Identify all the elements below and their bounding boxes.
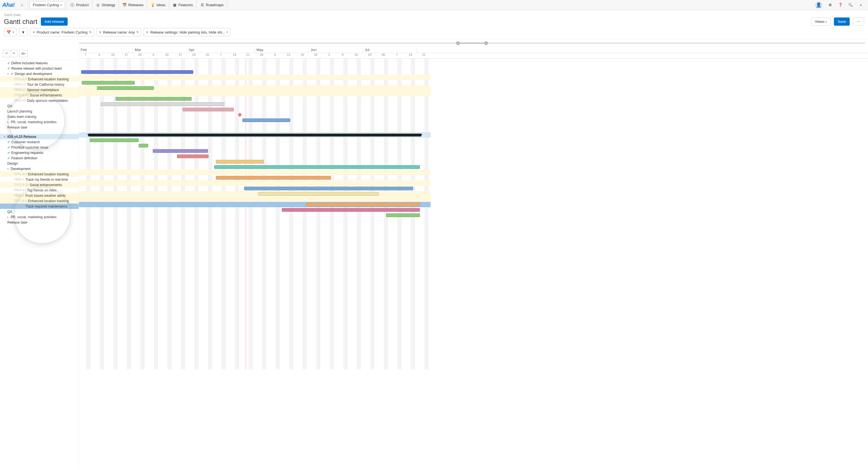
- gantt-bar[interactable]: [101, 102, 224, 106]
- home-button[interactable]: ⌂: [17, 1, 27, 9]
- filter-release[interactable]: ✕Release name: Any⇅: [96, 28, 142, 36]
- gantt-bar[interactable]: [90, 139, 138, 142]
- close-icon[interactable]: ✕: [99, 30, 101, 34]
- gantt-bar[interactable]: [97, 86, 154, 90]
- nav-roadmaps[interactable]: ☰Roadmaps: [197, 1, 226, 9]
- task-row[interactable]: QA: [0, 209, 79, 214]
- nav-strategy[interactable]: ◎Strategy: [93, 1, 118, 9]
- task-row[interactable]: CYCL-E-6Enhanced location tracking: [0, 77, 79, 82]
- task-row[interactable]: CYCL-E-13Social enhancements: [0, 182, 79, 187]
- slider-handle-right[interactable]: [484, 41, 488, 45]
- nav-features[interactable]: ▦Features: [169, 1, 195, 9]
- nav-ideas[interactable]: 💡Ideas: [148, 1, 168, 9]
- slider-handle-left[interactable]: [456, 41, 460, 45]
- month-header: Mar: [133, 47, 187, 53]
- gantt-bar[interactable]: [216, 176, 331, 180]
- zoom-slider[interactable]: [0, 39, 868, 47]
- gantt-bar[interactable]: [306, 203, 420, 206]
- task-row[interactable]: CYCL-E-6Enhanced location tracking: [0, 171, 79, 177]
- gantt-row: [79, 112, 431, 118]
- user-avatar[interactable]: 👤: [812, 1, 825, 9]
- task-row[interactable]: FRED-2Push based weather alerts: [0, 193, 79, 198]
- task-row[interactable]: FRED-20Daily sponsor sweepstakes: [0, 98, 79, 103]
- chevron-down-icon[interactable]: ▾: [7, 72, 11, 75]
- task-row[interactable]: ✔Define included features: [0, 60, 79, 66]
- gantt-row: [79, 180, 431, 186]
- task-label: Social enhancements: [30, 93, 62, 97]
- task-row[interactable]: Release date: [0, 219, 79, 225]
- gantt-bar[interactable]: [81, 70, 193, 74]
- gantt-bar[interactable]: [82, 81, 135, 85]
- filter-toggle[interactable]: ▼: [19, 28, 28, 36]
- redo-button[interactable]: ↷: [10, 50, 18, 57]
- more-button[interactable]: ⋯: [853, 18, 864, 26]
- gantt-bar[interactable]: [242, 118, 290, 122]
- gantt-bar[interactable]: [138, 144, 148, 147]
- task-row[interactable]: Release date: [0, 125, 79, 130]
- chevron-down-icon[interactable]: ▾: [4, 135, 7, 138]
- task-row[interactable]: QA: [0, 103, 79, 109]
- gantt-bar[interactable]: [214, 165, 420, 169]
- undo-button[interactable]: ↶: [3, 50, 10, 57]
- task-row[interactable]: ✔Engineering requests: [0, 150, 79, 155]
- help-button[interactable]: ❓: [835, 1, 845, 9]
- task-row[interactable]: FRED-11Sponsor marketplace: [0, 87, 79, 92]
- gantt-chart[interactable]: FebMarAprMayJunJul 731017243101724317142…: [79, 47, 868, 469]
- filter-settings[interactable]: ✕Release settings: Hide parking lots, Hi…: [144, 28, 230, 36]
- close-icon[interactable]: ✕: [146, 30, 149, 34]
- gantt-bar[interactable]: [183, 108, 234, 111]
- save-button[interactable]: Save: [834, 18, 850, 26]
- chevron-right-icon[interactable]: ▸: [7, 216, 11, 218]
- views-button[interactable]: Views ▾: [811, 18, 831, 26]
- gantt-bar[interactable]: [386, 213, 420, 217]
- gantt-bar[interactable]: [116, 97, 192, 101]
- task-list: ↶ ↷ ⚙▾ ✔Define included features✔Review …: [0, 47, 79, 469]
- task-row[interactable]: FRED-12Tour de California history: [0, 82, 79, 87]
- task-row[interactable]: ✔Feature definition: [0, 155, 79, 161]
- chevron-down-icon[interactable]: ▾: [7, 168, 11, 170]
- task-row[interactable]: ▾✔Design and development: [0, 71, 79, 77]
- task-row[interactable]: ▾Development: [0, 166, 79, 171]
- workspace-selector[interactable]: Fredwin Cycling▾: [30, 1, 65, 9]
- task-row[interactable]: ▸PR, social, marketing activities: [0, 214, 79, 219]
- task-row[interactable]: ✔Customer research: [0, 139, 79, 145]
- task-row[interactable]: FRED-5Track required maintenance: [0, 204, 79, 209]
- release-row[interactable]: ▾iOS v4.23 Release: [0, 134, 79, 139]
- nav-product[interactable]: ⓘProduct: [67, 1, 92, 9]
- gantt-row: [79, 165, 431, 170]
- gantt-row: [79, 101, 431, 107]
- milestone-marker[interactable]: [238, 113, 242, 117]
- search-button[interactable]: 🔍: [845, 1, 856, 9]
- gantt-bar[interactable]: [258, 192, 379, 196]
- gantt-bar[interactable]: [216, 160, 264, 164]
- task-row[interactable]: Sales team training: [0, 114, 79, 119]
- check-icon: ✔: [7, 66, 10, 70]
- caret-icon: ▾: [13, 31, 14, 34]
- task-row[interactable]: CYCL-E-13Social enhancements: [0, 92, 79, 98]
- task-row[interactable]: ✔Prioritize customer ideas: [0, 145, 79, 150]
- task-row[interactable]: CYCL-E-6Enhanced location tracking: [0, 198, 79, 204]
- task-row[interactable]: FRED-1Track my friends in real-time: [0, 177, 79, 182]
- task-label: Design and development: [14, 72, 52, 76]
- task-row[interactable]: Launch planning: [0, 109, 79, 114]
- task-row[interactable]: ✔Review release with product team: [0, 66, 79, 71]
- task-row[interactable]: FRED-17Tag friends on rides: [0, 187, 79, 193]
- settings-button[interactable]: ⚙: [825, 1, 835, 9]
- date-filter[interactable]: 📅▾: [4, 28, 17, 36]
- task-ref: FRED-5: [14, 205, 24, 208]
- nav-releases[interactable]: 📅Releases: [120, 1, 146, 9]
- close-icon[interactable]: ✕: [32, 30, 35, 34]
- add-button[interactable]: ＋: [856, 1, 866, 9]
- task-row[interactable]: Design: [0, 161, 79, 166]
- gantt-bar[interactable]: [244, 187, 413, 190]
- list-settings-button[interactable]: ⚙▾: [19, 50, 28, 57]
- gantt-bar[interactable]: [153, 149, 208, 153]
- task-row[interactable]: ▸PR, social, marketing activities: [0, 119, 79, 125]
- filter-product[interactable]: ✕Product name: Fredwin Cycling⇅: [30, 28, 94, 36]
- add-release-button[interactable]: Add release: [41, 18, 68, 26]
- gantt-bar[interactable]: [282, 208, 420, 212]
- gantt-bar[interactable]: [89, 134, 421, 137]
- chevron-right-icon[interactable]: ▸: [7, 121, 11, 123]
- task-label: Daily sponsor sweepstakes: [27, 99, 68, 102]
- gantt-bar[interactable]: [177, 154, 209, 158]
